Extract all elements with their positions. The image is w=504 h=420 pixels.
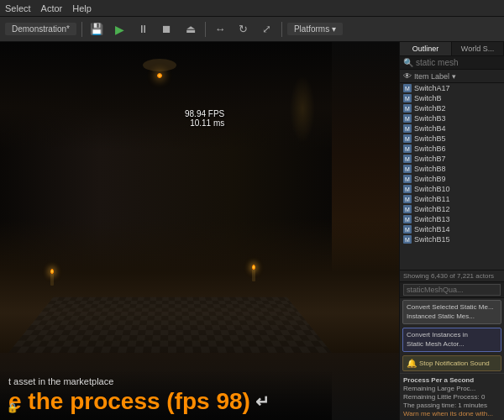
chandelier — [134, 59, 185, 92]
search-input[interactable] — [416, 58, 501, 67]
tab-outliner[interactable]: Outliner — [400, 42, 452, 55]
chandelier-body — [143, 59, 176, 71]
warn-text: Warn me when its done with... — [403, 410, 501, 417]
mesh-icon: M — [403, 175, 412, 183]
panel-list[interactable]: M SwitchA17 M SwitchB M SwitchB2 M Switc… — [400, 83, 504, 270]
mesh-icon: M — [403, 165, 412, 173]
fps-counter: 98.94 FPS 10.11 ms — [185, 109, 224, 128]
item-label: SwitchB6 — [414, 144, 446, 153]
list-item[interactable]: M SwitchB13 — [400, 214, 504, 224]
list-item[interactable]: M SwitchA17 — [400, 83, 504, 93]
mesh-icon: M — [403, 104, 412, 113]
list-item[interactable]: M SwitchB7 — [400, 154, 504, 164]
platforms-button[interactable]: Platforms ▾ — [287, 23, 343, 35]
eject-btn[interactable]: ⏏ — [181, 20, 200, 39]
mesh-icon: M — [403, 134, 412, 143]
item-label: SwitchA17 — [414, 84, 450, 92]
pause-btn[interactable]: ⏸ — [134, 20, 153, 39]
separator3 — [281, 22, 282, 37]
mesh-icon: M — [403, 84, 412, 92]
bottom-overlay: t asset in the marketplace e the process… — [0, 370, 332, 420]
stop-btn[interactable]: ⏹ — [158, 20, 176, 39]
item-label: SwitchB2 — [414, 104, 446, 113]
right-panel: Outliner World S... 🔍 👁 Item Label ▾ M S… — [399, 42, 504, 420]
item-label: SwitchB9 — [414, 175, 446, 183]
list-item[interactable]: M SwitchB14 — [400, 224, 504, 234]
mesh-icon: M — [403, 155, 412, 163]
separator — [81, 22, 82, 37]
separator2 — [205, 22, 206, 37]
passing-time: The passing time: 1 minutes — [403, 402, 501, 409]
item-label: SwitchB13 — [414, 215, 450, 223]
mesh-icon: M — [403, 225, 412, 234]
list-item[interactable]: M SwitchB8 — [400, 164, 504, 174]
list-item[interactable]: M SwitchB3 — [400, 113, 504, 123]
list-item[interactable]: M SwitchB6 — [400, 144, 504, 154]
item-label: SwitchB15 — [414, 235, 450, 244]
remaining-little: Remaining Little Process: 0 — [403, 393, 501, 401]
actor-count: Showing 6,430 of 7,221 actors — [400, 270, 504, 282]
mesh-icon: M — [403, 205, 412, 213]
search-icon: 🔍 — [403, 58, 413, 67]
overlay-small-text: t asset in the marketplace — [8, 376, 323, 386]
list-item[interactable]: M SwitchB12 — [400, 204, 504, 214]
item-label: SwitchB14 — [414, 225, 450, 234]
process-info: Process Per a Second Remaining Large Pro… — [400, 373, 504, 420]
filter-search-box — [400, 282, 504, 298]
panel-tabs: Outliner World S... — [400, 42, 504, 56]
menu-item-help[interactable]: Help — [72, 3, 92, 13]
tab-world-settings[interactable]: World S... — [452, 42, 504, 55]
list-item[interactable]: M SwitchB15 — [400, 234, 504, 244]
mesh-icon: M — [403, 144, 412, 153]
window-glow — [290, 76, 315, 143]
item-label: SwitchB7 — [414, 155, 446, 163]
chandelier-light — [157, 73, 162, 78]
item-label: SwitchB12 — [414, 205, 450, 213]
convert-selected-button[interactable]: Convert Selected Static Me...Instanced S… — [402, 300, 501, 324]
mesh-icon: M — [403, 124, 412, 133]
viewport-bottom-icon: 🔒 — [7, 402, 18, 413]
list-item[interactable]: M SwitchB11 — [400, 194, 504, 204]
list-item[interactable]: M SwitchB5 — [400, 134, 504, 144]
panel-search-bar: 🔍 — [400, 56, 504, 70]
candle-flame-1 — [50, 269, 54, 274]
candle-2 — [252, 269, 255, 281]
mesh-icon: M — [403, 185, 412, 193]
list-item[interactable]: M SwitchB — [400, 93, 504, 103]
overlay-arrow: ↵ — [255, 391, 270, 412]
stop-notification-button[interactable]: 🔔 Stop Notification Sound — [402, 355, 501, 371]
notify-label: Stop Notification Sound — [419, 360, 490, 367]
overlay-large-text: e the process (fps 98) ↵ — [8, 388, 323, 415]
rotate-btn[interactable]: ↻ — [234, 20, 253, 39]
filter-label[interactable]: Item Label ▾ — [414, 72, 501, 81]
mesh-icon: M — [403, 94, 412, 102]
transform-btn[interactable]: ↔ — [211, 20, 229, 39]
list-item[interactable]: M SwitchB9 — [400, 174, 504, 184]
menu-bar: Select Actor Help — [0, 0, 504, 17]
menu-item-select[interactable]: Select — [5, 3, 31, 13]
checkered-floor — [8, 297, 332, 353]
item-label: SwitchB4 — [414, 124, 446, 133]
item-label: SwitchB5 — [414, 134, 446, 143]
menu-item-actor[interactable]: Actor — [41, 3, 63, 13]
remaining-large: Remaining Large Proc... — [403, 385, 501, 392]
mesh-icon: M — [403, 235, 412, 244]
main-layout: 98.94 FPS 10.11 ms t asset in the market… — [0, 42, 504, 420]
play-btn[interactable]: ▶ — [111, 20, 129, 39]
list-item[interactable]: M SwitchB2 — [400, 103, 504, 113]
toolbar: Demonstration* 💾 ▶ ⏸ ⏹ ⏏ ↔ ↻ ⤢ Platforms… — [0, 17, 504, 42]
save-btn[interactable]: 💾 — [87, 20, 106, 39]
list-item[interactable]: M SwitchB10 — [400, 184, 504, 194]
viewport[interactable]: 98.94 FPS 10.11 ms t asset in the market… — [0, 42, 399, 420]
fps-value: 98.94 FPS — [185, 109, 224, 118]
item-label: SwitchB — [414, 94, 442, 102]
item-label: SwitchB11 — [414, 195, 450, 203]
scale-btn[interactable]: ⤢ — [258, 20, 276, 39]
list-item[interactable]: M SwitchB4 — [400, 123, 504, 134]
convert-instances-button[interactable]: Convert Instances inStatic Mesh Actor... — [402, 328, 501, 352]
filter-search-input[interactable] — [403, 284, 501, 296]
bell-icon: 🔔 — [407, 359, 417, 368]
ms-value: 10.11 ms — [185, 118, 224, 128]
mesh-icon: M — [403, 215, 412, 223]
editor-tab[interactable]: Demonstration* — [5, 23, 76, 35]
